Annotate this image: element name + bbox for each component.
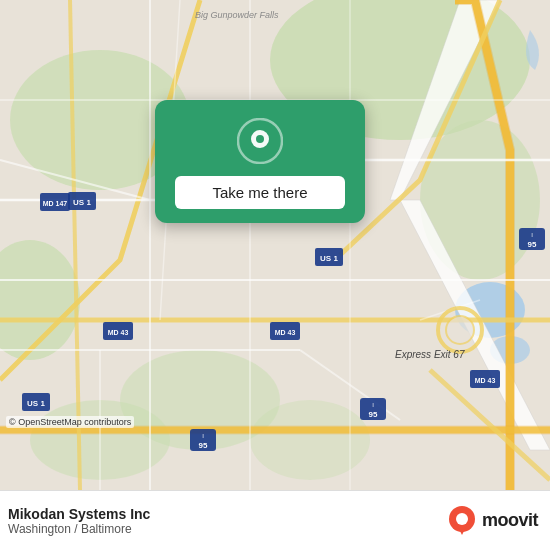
svg-text:MD 43: MD 43 bbox=[108, 329, 129, 336]
svg-text:95: 95 bbox=[528, 240, 537, 249]
map-container: US 1 US 1 US 1 MD 147 MD 43 MD 43 MD 43 … bbox=[0, 0, 550, 490]
svg-text:US 1: US 1 bbox=[320, 254, 338, 263]
take-me-there-button[interactable]: Take me there bbox=[175, 176, 345, 209]
location-info: Mikodan Systems Inc Washington / Baltimo… bbox=[8, 506, 150, 536]
svg-text:Big Gunpowder Falls: Big Gunpowder Falls bbox=[195, 10, 279, 20]
osm-credit: © OpenStreetMap contributors bbox=[6, 416, 134, 428]
svg-text:Express Exit 67: Express Exit 67 bbox=[395, 349, 465, 360]
svg-text:US 1: US 1 bbox=[27, 399, 45, 408]
location-name: Mikodan Systems Inc bbox=[8, 506, 150, 522]
bottom-bar: Mikodan Systems Inc Washington / Baltimo… bbox=[0, 490, 550, 550]
popup-card: Take me there bbox=[155, 100, 365, 223]
svg-text:MD 43: MD 43 bbox=[475, 377, 496, 384]
svg-point-7 bbox=[250, 400, 370, 480]
svg-text:MD 147: MD 147 bbox=[43, 200, 68, 207]
moovit-logo[interactable]: moovit bbox=[446, 505, 538, 537]
moovit-icon bbox=[446, 505, 478, 537]
svg-text:MD 43: MD 43 bbox=[275, 329, 296, 336]
svg-text:95: 95 bbox=[199, 441, 208, 450]
moovit-text: moovit bbox=[482, 510, 538, 531]
location-pin-icon bbox=[237, 118, 283, 164]
location-region: Washington / Baltimore bbox=[8, 522, 150, 536]
svg-text:US 1: US 1 bbox=[73, 198, 91, 207]
svg-text:95: 95 bbox=[369, 410, 378, 419]
svg-point-11 bbox=[446, 316, 474, 344]
